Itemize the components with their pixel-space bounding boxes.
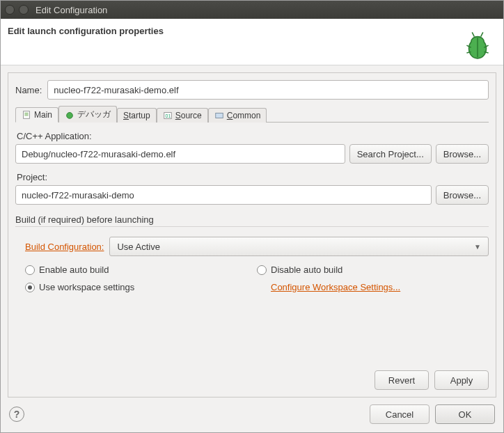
svg-line-7	[481, 32, 483, 36]
disable-auto-label: Disable auto build	[271, 265, 342, 275]
tab-bar: Main デバッガ Startup 01 Source Common	[15, 105, 489, 123]
tab-debugger[interactable]: デバッガ	[58, 106, 117, 123]
header-title: Edit launch configuration properties	[8, 26, 164, 36]
configure-workspace-link[interactable]: Configure Workspace Settings...	[271, 282, 400, 292]
document-icon	[22, 110, 31, 120]
svg-line-6	[472, 32, 474, 36]
source-icon: 01	[163, 111, 173, 120]
project-label: Project:	[17, 172, 487, 182]
radio-use-workspace[interactable]: Use workspace settings	[25, 282, 257, 292]
build-config-select[interactable]: Use Active ▼	[109, 237, 489, 256]
browse-project-button[interactable]: Browse...	[436, 185, 489, 205]
tab-startup[interactable]: Startup	[117, 108, 157, 123]
content-area: Name: Main デバッガ Startup 01 Source	[1, 65, 503, 397]
bug-icon	[460, 26, 495, 61]
tab-common-label: Common	[227, 111, 261, 120]
app-label: C/C++ Application:	[17, 131, 487, 141]
build-group-label: Build (if required) before launching	[15, 214, 489, 227]
application-input[interactable]	[15, 144, 345, 164]
revert-button[interactable]: Revert	[375, 370, 429, 390]
tab-main[interactable]: Main	[15, 107, 58, 123]
radio-icon	[257, 265, 267, 275]
minimize-icon[interactable]	[19, 5, 29, 15]
build-config-row: Build Configuration: Use Active ▼	[25, 237, 489, 256]
tab-source-label: Source	[175, 111, 202, 120]
tab-debugger-label: デバッガ	[77, 109, 111, 120]
radio-icon	[25, 265, 35, 275]
use-workspace-label: Use workspace settings	[39, 282, 134, 292]
name-label: Name:	[15, 85, 42, 95]
panel-buttons: Revert Apply	[15, 363, 489, 390]
svg-text:01: 01	[165, 113, 171, 118]
project-row: Browse...	[15, 185, 489, 205]
help-icon[interactable]: ?	[9, 407, 24, 422]
app-row: Search Project... Browse...	[15, 144, 489, 164]
svg-point-12	[67, 112, 73, 118]
radio-selected-icon	[25, 283, 35, 292]
dialog-window: Edit Configuration Edit launch configura…	[0, 0, 504, 433]
name-input[interactable]	[47, 80, 489, 100]
tab-common[interactable]: Common	[208, 108, 267, 123]
apply-button[interactable]: Apply	[434, 370, 489, 390]
tab-main-label: Main	[34, 110, 52, 120]
bug-small-icon	[65, 110, 74, 120]
tab-startup-label: Startup	[123, 111, 150, 120]
project-input[interactable]	[15, 185, 432, 205]
search-project-button[interactable]: Search Project...	[349, 144, 432, 164]
build-config-value: Use Active	[117, 242, 159, 252]
dialog-header: Edit launch configuration properties	[1, 19, 503, 65]
enable-auto-label: Enable auto build	[39, 265, 109, 275]
tab-source[interactable]: 01 Source	[157, 108, 208, 123]
titlebar: Edit Configuration	[1, 1, 503, 19]
ok-button[interactable]: OK	[435, 404, 495, 424]
close-icon[interactable]	[5, 5, 15, 15]
configure-workspace-link-row: Configure Workspace Settings...	[257, 282, 489, 292]
radio-enable-auto-build[interactable]: Enable auto build	[25, 265, 257, 275]
build-config-label[interactable]: Build Configuration:	[25, 242, 104, 252]
dialog-footer: ? Cancel OK	[1, 397, 503, 432]
svg-rect-8	[24, 111, 30, 119]
build-group: Build Configuration: Use Active ▼ Enable…	[15, 231, 489, 292]
config-panel: Name: Main デバッガ Startup 01 Source	[8, 72, 496, 397]
chevron-down-icon: ▼	[474, 243, 481, 251]
window-title: Edit Configuration	[36, 5, 107, 15]
cancel-button[interactable]: Cancel	[370, 404, 430, 424]
radio-disable-auto-build[interactable]: Disable auto build	[257, 265, 489, 275]
svg-rect-15	[216, 113, 223, 118]
name-row: Name:	[15, 80, 489, 100]
common-icon	[214, 111, 224, 120]
build-options: Enable auto build Disable auto build Use…	[25, 265, 489, 292]
browse-app-button[interactable]: Browse...	[436, 144, 489, 164]
